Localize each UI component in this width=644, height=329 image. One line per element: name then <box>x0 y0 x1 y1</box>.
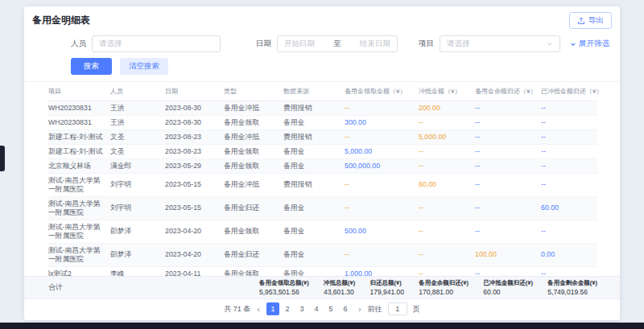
goto-unit: 页 <box>413 304 420 315</box>
cell-project: 新建工程-刘-测试 <box>48 130 110 144</box>
cell-type: 备用金领取 <box>224 266 283 276</box>
summary-item-label: 已冲抵金额归还(¥) <box>483 279 533 287</box>
filter-bar: 人员 请选择 日期 开始日期 至 结束日期 项目 请选择 展开筛 <box>24 33 620 55</box>
cell-type: 备用金归还 <box>224 196 283 220</box>
prev-page-button[interactable]: ‹ <box>254 304 262 314</box>
cell-amount: -- <box>345 130 419 144</box>
search-button[interactable]: 搜索 <box>71 58 112 75</box>
date-filter-label: 日期 <box>256 39 271 49</box>
expand-filters-label: 展开筛选 <box>579 39 609 49</box>
cell-amount: -- <box>475 115 541 130</box>
cell-person: 邵梦泽 <box>110 220 165 243</box>
next-page-button[interactable]: › <box>356 304 364 314</box>
expand-filters-link[interactable]: 展开筛选 <box>570 39 609 49</box>
goto-label: 前往 <box>368 304 382 315</box>
project-filter-select[interactable]: 请选择 <box>440 35 560 52</box>
cell-type: 备用金归还 <box>224 243 283 266</box>
page-button-5[interactable]: 5 <box>324 302 337 315</box>
person-filter-label: 人员 <box>71 39 86 49</box>
cell-project: 测试-南昌大学第一附属医院 <box>48 243 110 266</box>
cell-source: 备用金 <box>283 243 345 266</box>
cell-date: 2023-04-11 <box>165 266 224 276</box>
cell-person: 李峰 <box>110 266 165 276</box>
column-header: 备用金余额归还（¥） <box>475 82 541 101</box>
cell-project: WH20230831 <box>48 101 110 116</box>
cell-amount: -- <box>541 158 597 173</box>
summary-items: 备用金领取总额(¥)5,953,501.56冲抵总额(¥)43,601.30归还… <box>259 279 597 296</box>
column-header: 备用金领取金额（¥） <box>345 82 419 101</box>
page-button-6[interactable]: 6 <box>339 302 352 315</box>
cell-amount: -- <box>419 115 475 130</box>
cell-amount: -- <box>541 115 597 130</box>
date-start-placeholder: 开始日期 <box>284 39 315 49</box>
column-header: 类型 <box>224 82 283 101</box>
cell-project: lx测试2 <box>48 266 110 276</box>
cell-person: 文圣 <box>110 144 165 158</box>
date-range-input[interactable]: 开始日期 至 结束日期 <box>277 35 398 52</box>
cell-source: 费用报销 <box>283 101 345 116</box>
cell-amount: -- <box>541 220 597 243</box>
cell-source: 备用金 <box>283 144 345 158</box>
person-filter-placeholder: 请选择 <box>99 39 122 49</box>
expand-chevron-icon <box>570 41 576 47</box>
chevron-down-icon <box>547 41 553 47</box>
cell-project: 新建工程-刘-测试 <box>48 144 110 158</box>
page-button-4[interactable]: 4 <box>310 302 323 315</box>
table-row: lx测试2李峰2023-04-11备用金领取备用金1,000.00------ <box>48 266 597 276</box>
cell-person: 文圣 <box>110 130 165 144</box>
table-header-row: 项目人员日期类型数据来源备用金领取金额（¥）冲抵金额（¥）备用金余额归还（¥）已… <box>48 82 597 101</box>
chevron-right-icon: › <box>358 304 361 314</box>
page-button-3[interactable]: 3 <box>295 302 308 315</box>
summary-item-value: 5,749,019.56 <box>547 288 597 296</box>
cell-amount: -- <box>475 130 541 144</box>
cell-date: 2023-08-23 <box>165 144 224 158</box>
bottom-bar <box>0 323 644 329</box>
export-button[interactable]: 导出 <box>569 12 612 29</box>
pagination-total: 共 71 条 <box>224 304 250 315</box>
cell-project: 测试-南昌大学第一附属医院 <box>48 220 110 243</box>
cell-person: 邵梦泽 <box>110 243 165 266</box>
table-row: 测试-南昌大学第一附属医院邵梦泽2023-04-20备用金归还备用金----10… <box>48 243 597 266</box>
cell-type: 备用金领取 <box>224 220 283 243</box>
cell-amount: -- <box>419 243 475 266</box>
goto-page-input[interactable] <box>388 302 407 315</box>
cell-source: 备用金 <box>283 220 345 243</box>
summary-item-label: 冲抵总额(¥) <box>324 279 355 287</box>
page-list: 123456 <box>266 302 352 315</box>
column-header: 已冲抵金额归还（¥） <box>541 82 597 101</box>
cell-amount: -- <box>419 144 475 158</box>
cell-source: 备用金 <box>283 266 345 276</box>
date-end-placeholder: 结束日期 <box>360 39 390 49</box>
cell-date: 2023-04-20 <box>165 220 224 243</box>
summary-item: 备用金余额归还(¥)170,881.00 <box>419 279 469 296</box>
cell-project: 测试-南昌大学第一附属医院 <box>48 173 110 196</box>
page-button-2[interactable]: 2 <box>281 302 294 315</box>
summary-item-value: 60.00 <box>483 288 533 296</box>
cell-amount: -- <box>345 196 419 220</box>
cell-amount: -- <box>475 173 541 196</box>
cell-amount: 60.00 <box>419 173 475 196</box>
cell-amount: 1,000.00 <box>345 266 419 276</box>
person-filter-input[interactable]: 请选择 <box>92 35 221 52</box>
table-row: 北京顺义林场满金郎2023-05-29备用金领取备用金500,000.00---… <box>48 158 597 173</box>
cell-type: 备用金领取 <box>224 158 283 173</box>
cell-amount: -- <box>475 220 541 243</box>
clear-search-button[interactable]: 清空搜索 <box>120 58 168 75</box>
summary-item-label: 归还总额(¥) <box>369 279 404 287</box>
column-header: 项目 <box>48 82 110 101</box>
summary-total-label: 合计 <box>48 282 259 293</box>
sidebar-collapse-handle[interactable] <box>0 146 5 171</box>
column-header: 数据来源 <box>283 82 345 101</box>
cell-amount: -- <box>345 101 419 116</box>
summary-item: 备用金剩余金额(¥)5,749,019.56 <box>547 279 597 296</box>
cell-amount: -- <box>419 196 475 220</box>
cell-person: 王洪 <box>110 101 165 116</box>
summary-item-value: 170,881.00 <box>419 288 469 296</box>
cell-amount: -- <box>541 266 597 276</box>
page-title: 备用金明细表 <box>32 14 90 27</box>
cell-amount: -- <box>345 243 419 266</box>
cell-amount: 500,000.00 <box>345 158 419 173</box>
cell-amount: 500.00 <box>345 220 419 243</box>
page-button-1[interactable]: 1 <box>266 302 279 315</box>
export-button-label: 导出 <box>588 15 604 26</box>
